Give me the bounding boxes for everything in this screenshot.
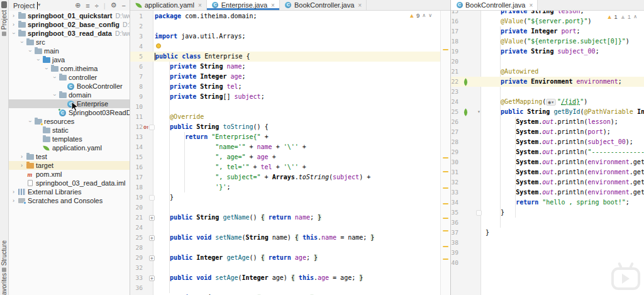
- expand-arrow-icon[interactable]: ›: [18, 153, 25, 160]
- code-line-18[interactable]: 18 @Value("${enterprise.subject[0]}"): [451, 36, 644, 47]
- code-line-21[interactable]: 21 @Autowired: [451, 67, 644, 77]
- code-line-6[interactable]: 6 private String name;: [130, 62, 440, 72]
- inspection-nav-icon[interactable]: ∧: [422, 13, 426, 18]
- fold-region-icon[interactable]: [476, 210, 482, 216]
- warning-stripe-mark[interactable]: [443, 203, 448, 204]
- code-line-28[interactable]: 28 System.out.println(subject_00);: [451, 137, 644, 147]
- code-line-31[interactable]: 31 System.out.println(environment.get: [451, 167, 644, 177]
- project-tool-window-icon[interactable]: [1, 1, 7, 8]
- code-line-25[interactable]: 25+ public void setName(String name) { t…: [130, 233, 440, 243]
- inspection-warn-badge[interactable]: ▲ 9: [409, 12, 419, 19]
- code-line-20[interactable]: 20: [451, 57, 644, 67]
- code-line-24[interactable]: 24: [130, 223, 440, 233]
- stripe-button-favorites[interactable]: Favorites: [1, 273, 8, 295]
- expand-arrow-icon[interactable]: ›: [10, 13, 17, 19]
- warning-stripe-mark[interactable]: [443, 171, 448, 172]
- locate-icon[interactable]: ⊕: [75, 1, 80, 9]
- warning-stripe-mark[interactable]: [443, 157, 448, 159]
- spring-bean-icon[interactable]: [462, 78, 470, 86]
- tree-item-target[interactable]: ›target: [9, 161, 130, 170]
- warning-stripe-mark[interactable]: [443, 187, 448, 189]
- code-line-14[interactable]: 14 "name='" + name + '\'' +: [130, 142, 440, 152]
- code-line-9[interactable]: 9 private String[] subject;: [130, 92, 440, 102]
- tree-item-controller[interactable]: ›controller: [9, 73, 130, 82]
- tree-item-test[interactable]: ›test: [9, 152, 130, 161]
- code-line-18[interactable]: 18 '}';: [130, 182, 440, 192]
- code-line-1[interactable]: 1package com.itheima.domain;: [130, 11, 440, 21]
- code-line-16[interactable]: 16 ", tel='" + tel + '\'' +: [130, 162, 440, 172]
- code-line-19[interactable]: 19 private String subject_00;: [451, 47, 644, 57]
- code-line-27[interactable]: 27 System.out.println(port);: [451, 127, 644, 137]
- code-line-32[interactable]: 32 System.out.println(environment.get: [451, 177, 644, 187]
- tree-item-main[interactable]: ›main: [9, 47, 130, 55]
- code-line-30[interactable]: 30 System.out.println(environment.get: [451, 157, 644, 167]
- tab-bookcontroller-java[interactable]: CBookController.java×: [280, 0, 367, 10]
- expand-arrow-icon[interactable]: ›: [11, 30, 17, 37]
- expand-arrow-icon[interactable]: ›: [35, 57, 42, 64]
- code-line-22[interactable]: 22 private Environment environment;: [451, 77, 644, 87]
- code-line-36[interactable]: 36: [130, 283, 440, 293]
- stripe-button-project[interactable]: Project: [1, 10, 8, 38]
- warning-stripe-mark[interactable]: [443, 218, 448, 219]
- code-area[interactable]: 1package com.itheima.domain;23import jav…: [130, 11, 440, 295]
- tree-item-src[interactable]: ›src: [9, 38, 130, 47]
- tree-item-springboot-03-read-data[interactable]: ›springboot_03_read_dataD:\worksp: [9, 29, 130, 38]
- intention-bulb-icon[interactable]: [156, 43, 161, 48]
- code-line-29[interactable]: 29 System.out.println("--------------: [451, 147, 644, 157]
- fold-expand-icon[interactable]: +: [149, 235, 155, 241]
- code-line-11[interactable]: 11 @Override: [130, 112, 440, 122]
- tree-item-resources[interactable]: ›resources: [9, 117, 130, 126]
- tree-item-enterprise[interactable]: CEnterprise: [9, 99, 130, 108]
- warning-stripe-mark[interactable]: [443, 230, 448, 231]
- overrides-method-icon[interactable]: o↑: [143, 122, 148, 132]
- code-line-15[interactable]: 15 ", age=" + age +: [130, 152, 440, 162]
- code-line-5[interactable]: 5public class Enterprise {: [130, 52, 440, 62]
- fold-region-icon[interactable]: [149, 195, 155, 201]
- code-line-20[interactable]: 20: [130, 203, 440, 213]
- settings-icon[interactable]: ⚙: [111, 1, 117, 9]
- url-inlay-icon[interactable]: ◉▾: [546, 99, 556, 106]
- code-line-17[interactable]: 17 private Integer port;: [451, 26, 644, 36]
- code-line-24[interactable]: 24 @GetMapping(◉▾"/{id}"): [451, 97, 644, 107]
- tree-item-bookcontroller[interactable]: CBookController: [9, 82, 130, 91]
- stripe-button-structure[interactable]: Structure: [1, 240, 8, 274]
- tree-item-scratches-and-consoles[interactable]: ›Scratches and Consoles: [9, 196, 130, 205]
- error-stripe[interactable]: [440, 11, 450, 295]
- code-line-8[interactable]: 8 private String tel;: [130, 82, 440, 92]
- chevron-down-icon[interactable]: ▾: [37, 2, 38, 9]
- warning-stripe-mark[interactable]: [443, 246, 448, 247]
- code-line-4[interactable]: 4: [130, 42, 440, 52]
- expand-arrow-icon[interactable]: ›: [18, 162, 25, 169]
- expand-arrow-icon[interactable]: ›: [27, 48, 33, 55]
- code-line-39[interactable]: 39: [451, 248, 644, 258]
- tab-application-yaml[interactable]: application.yaml×: [130, 0, 207, 10]
- expand-arrow-icon[interactable]: ›: [52, 92, 58, 99]
- expand-arrow-icon[interactable]: ›: [10, 189, 17, 195]
- close-tab-icon[interactable]: ×: [529, 2, 533, 9]
- inspection-nav-icon[interactable]: ∧: [633, 14, 637, 19]
- tree-item-domain[interactable]: ›domain: [9, 91, 130, 99]
- expand-arrow-icon[interactable]: ›: [19, 39, 25, 46]
- code-line-38[interactable]: 38: [451, 238, 644, 248]
- close-tab-icon[interactable]: ×: [358, 2, 362, 9]
- warning-stripe-mark[interactable]: [443, 259, 448, 260]
- code-line-2[interactable]: 2: [130, 21, 440, 31]
- code-line-40[interactable]: 40: [451, 258, 644, 268]
- code-line-12[interactable]: 12o↑ public String toString() {: [130, 122, 440, 132]
- code-line-13[interactable]: 13 return "Enterprise{" +: [130, 132, 440, 142]
- tree-item-external-libraries[interactable]: ›External Libraries: [9, 187, 130, 196]
- tree-item-springboot-02-base-config[interactable]: ›springboot_02_base_configD:\work: [9, 20, 130, 29]
- code-line-36[interactable]: 36: [451, 218, 644, 228]
- close-tab-icon[interactable]: ×: [198, 2, 202, 9]
- expand-arrow-icon[interactable]: ›: [10, 21, 17, 28]
- warning-stripe-mark[interactable]: [443, 49, 448, 50]
- code-line-7[interactable]: 7 private Integer age;: [130, 72, 440, 82]
- code-line-29[interactable]: 29+ public Integer getAge() { return age…: [130, 253, 440, 263]
- fold-arrow-icon[interactable]: ▾: [477, 107, 480, 117]
- tab-enterprise-java[interactable]: CEnterprise.java×: [207, 0, 280, 10]
- tree-item-pom-xml[interactable]: mpom.xml: [9, 170, 130, 179]
- fold-expand-icon[interactable]: +: [149, 215, 155, 221]
- code-line-3[interactable]: 3import java.util.Arrays;: [130, 31, 440, 42]
- code-line-28[interactable]: 28: [130, 243, 440, 253]
- fold-expand-icon[interactable]: +: [149, 276, 155, 281]
